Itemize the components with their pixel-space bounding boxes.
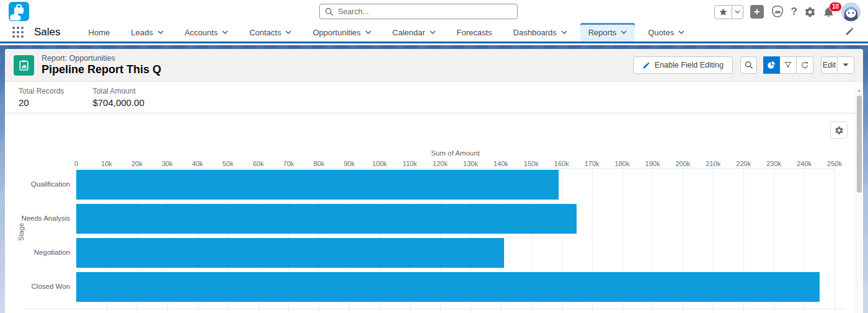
pencil-icon <box>642 61 650 69</box>
salesforce-logo-icon <box>9 2 29 21</box>
favorites-split-button <box>714 5 743 19</box>
report-card: Report: Opportunities Pipeline Report Th… <box>5 49 863 313</box>
x-tick-label: 200k <box>675 160 690 167</box>
total-records-value: 20 <box>19 97 64 108</box>
x-tick-label: 140k <box>494 160 508 167</box>
chevron-down-icon <box>365 30 371 34</box>
chart-settings-gear-icon[interactable] <box>830 121 848 139</box>
nav-tab-leads[interactable]: Leads <box>123 23 171 42</box>
edit-button[interactable]: Edit <box>821 56 838 74</box>
nav-tab-contacts[interactable]: Contacts <box>241 23 299 42</box>
x-tick-label: 180k <box>615 160 630 167</box>
x-tick-label: 0 <box>74 160 78 167</box>
x-tick-label: 170k <box>585 160 600 167</box>
report-title: Pipeline Report This Q <box>42 63 161 76</box>
report-chart: Sum of Amount 010k20k30k40k50k60k70k80k9… <box>5 113 863 312</box>
nav-tab-dashboards[interactable]: Dashboards <box>505 23 575 42</box>
vertical-scrollbar[interactable]: ▲ <box>856 87 862 313</box>
chevron-down-icon <box>561 30 567 34</box>
notification-badge: 10 <box>829 2 842 12</box>
user-avatar[interactable] <box>841 2 861 22</box>
edit-dropdown-icon[interactable] <box>838 56 854 74</box>
enable-field-editing-button[interactable]: Enable Field Editing <box>633 56 733 74</box>
notifications-container: 10 <box>823 6 835 18</box>
x-tick-label: 110k <box>403 160 417 167</box>
nav-tab-home[interactable]: Home <box>81 23 118 42</box>
nav-tab-label: Opportunities <box>312 28 360 37</box>
global-header: + ? 10 <box>0 0 868 23</box>
x-tick-label: 130k <box>463 160 478 167</box>
nav-tab-label: Calendar <box>392 28 425 37</box>
guidance-center-icon[interactable] <box>771 5 784 19</box>
nav-tab-opportunities[interactable]: Opportunities <box>304 23 379 42</box>
x-tick-label: 210k <box>706 160 720 167</box>
nav-tab-calendar[interactable]: Calendar <box>384 23 444 42</box>
nav-tab-label: Leads <box>131 28 153 37</box>
x-tick-label: 220k <box>736 160 751 167</box>
header-actions: + ? 10 <box>714 3 861 20</box>
total-amount-value: $704,000.00 <box>92 97 144 108</box>
chevron-down-icon <box>157 30 164 34</box>
help-icon[interactable]: ? <box>791 6 797 18</box>
x-axis-ticks: 010k20k30k40k50k60k70k80k90k100k110k120k… <box>76 160 835 168</box>
x-tick-label: 80k <box>313 160 324 167</box>
bar-qualification[interactable] <box>76 170 559 200</box>
nav-tab-label: Reports <box>588 28 617 37</box>
nav-tab-label: Forecasts <box>457 28 492 37</box>
refresh-icon[interactable] <box>797 56 813 74</box>
nav-tab-label: Dashboards <box>513 28 557 37</box>
search-icon <box>325 7 334 16</box>
chevron-down-icon <box>285 30 291 34</box>
x-tick-label: 160k <box>554 160 569 167</box>
x-tick-label: 30k <box>162 160 173 167</box>
edit-split-button: Edit <box>821 56 854 74</box>
nav-tab-label: Contacts <box>249 28 281 37</box>
x-tick-label: 150k <box>524 160 539 167</box>
total-records-label: Total Records <box>19 87 64 95</box>
x-tick-label: 230k <box>766 160 781 167</box>
x-tick-label: 50k <box>223 160 234 167</box>
nav-items: HomeLeadsAccountsContactsOpportunitiesCa… <box>78 23 696 42</box>
category-label: Qualification <box>11 169 70 199</box>
total-amount-label: Total Amount <box>92 87 144 95</box>
x-tick-label: 70k <box>283 160 294 167</box>
x-tick-label: 90k <box>343 160 355 167</box>
chevron-down-icon <box>621 30 627 34</box>
setup-gear-icon[interactable] <box>804 6 816 18</box>
nav-tab-accounts[interactable]: Accounts <box>177 23 236 42</box>
salesforce-window: + ? 10 <box>0 0 868 313</box>
toggle-chart-icon[interactable] <box>763 56 780 74</box>
app-launcher-icon[interactable] <box>11 25 25 39</box>
chevron-down-icon <box>678 30 684 34</box>
nav-tab-forecasts[interactable]: Forecasts <box>449 23 500 42</box>
x-tick-label: 60k <box>253 160 264 167</box>
bar-negotiation[interactable] <box>76 238 504 268</box>
x-tick-label: 190k <box>645 160 660 167</box>
scrollbar-thumb[interactable] <box>857 95 862 193</box>
report-actions: Enable Field Editing <box>633 56 854 74</box>
app-navigation-bar: Sales HomeLeadsAccountsContactsOpportuni… <box>0 23 868 43</box>
plot-area <box>76 168 835 312</box>
bar-closed-won[interactable] <box>76 272 820 302</box>
search-input[interactable] <box>338 7 512 16</box>
category-label: Negotiation <box>11 237 70 267</box>
find-in-report-icon[interactable] <box>740 56 757 74</box>
x-tick-label: 120k <box>433 160 448 167</box>
total-records-metric: Total Records 20 <box>19 87 64 108</box>
global-actions-plus-icon[interactable]: + <box>750 5 764 19</box>
x-tick-label: 20k <box>131 160 143 167</box>
favorites-star-icon[interactable] <box>714 5 732 19</box>
total-amount-metric: Total Amount $704,000.00 <box>92 87 144 108</box>
global-search[interactable] <box>319 4 518 19</box>
category-label: Closed Won <box>11 271 70 301</box>
edit-navigation-pencil-icon[interactable] <box>845 27 854 38</box>
app-name: Sales <box>34 26 61 38</box>
nav-tab-reports[interactable]: Reports <box>580 23 636 42</box>
enable-field-editing-label: Enable Field Editing <box>655 61 724 69</box>
filter-icon[interactable] <box>780 56 797 74</box>
favorites-dropdown-icon[interactable] <box>732 5 743 19</box>
bar-needs-analysis[interactable] <box>76 204 577 234</box>
x-tick-label: 10k <box>101 160 112 167</box>
nav-tab-quotes[interactable]: Quotes <box>640 23 693 42</box>
scrollbar-up-arrow-icon[interactable]: ▲ <box>856 87 862 95</box>
